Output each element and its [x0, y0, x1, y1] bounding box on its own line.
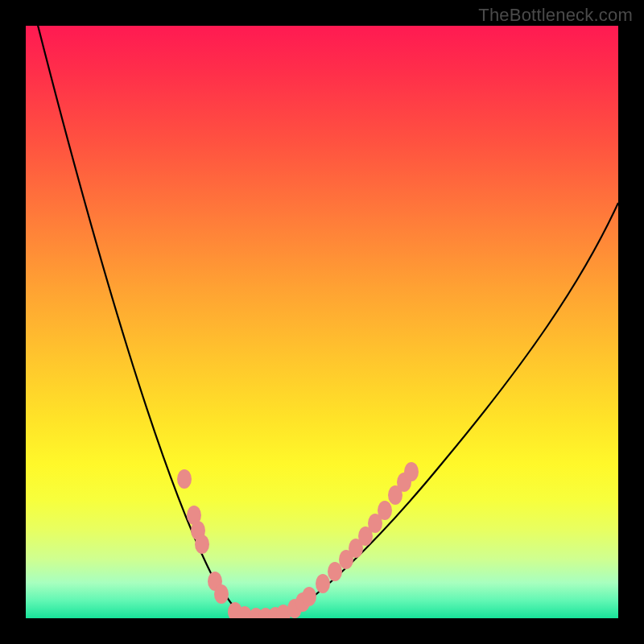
watermark-label: TheBottleneck.com — [478, 5, 633, 26]
data-dots-group — [177, 462, 419, 618]
data-dot — [328, 562, 342, 581]
data-dot — [316, 574, 330, 593]
data-dots-layer — [26, 26, 618, 618]
data-dot — [177, 469, 192, 489]
data-dot — [404, 462, 419, 481]
data-dot — [195, 535, 209, 554]
chart-frame: TheBottleneck.com — [0, 0, 644, 644]
plot-area — [26, 26, 618, 618]
data-dot — [214, 584, 229, 604]
data-dot — [378, 501, 392, 520]
data-dot — [302, 587, 316, 606]
